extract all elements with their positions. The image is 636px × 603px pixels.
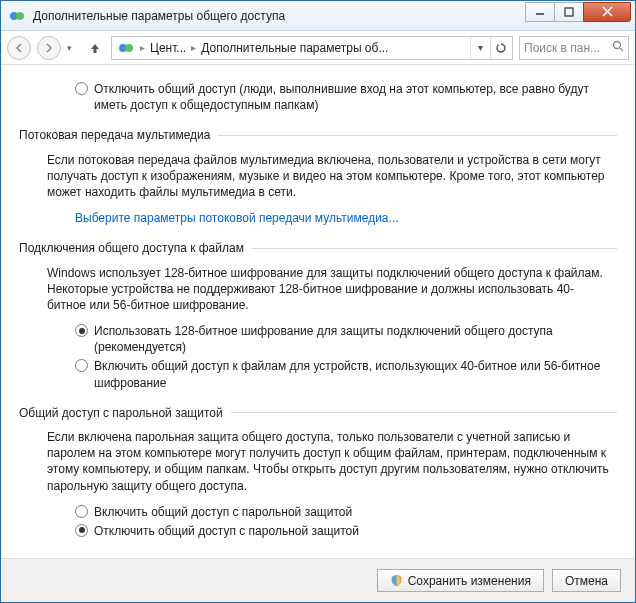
- breadcrumb-seg-1[interactable]: Цент...: [147, 41, 189, 55]
- encryption-description: Windows использует 128-битное шифрование…: [47, 265, 611, 314]
- breadcrumb-separator-icon: ▸: [138, 42, 147, 53]
- window-controls: [526, 2, 631, 22]
- back-button[interactable]: [7, 36, 31, 60]
- search-placeholder: Поиск в пан...: [524, 41, 600, 55]
- window-title: Дополнительные параметры общего доступа: [33, 9, 526, 23]
- radio-icon: [75, 359, 88, 372]
- section-header-password: Общий доступ с парольной защитой: [19, 405, 617, 421]
- radio-icon: [75, 82, 88, 95]
- maximize-button[interactable]: [554, 2, 584, 22]
- breadcrumb-separator-icon: ▸: [189, 42, 198, 53]
- svg-line-9: [620, 48, 623, 51]
- cancel-button-label: Отмена: [565, 574, 608, 588]
- breadcrumb-seg-2[interactable]: Дополнительные параметры об...: [198, 41, 391, 55]
- radio-128bit-encryption[interactable]: Использовать 128-битное шифрование для з…: [75, 323, 611, 355]
- radio-icon: [75, 524, 88, 537]
- save-button-label: Сохранить изменения: [408, 574, 531, 588]
- radio-4056bit-encryption[interactable]: Включить общий доступ к файлам для устро…: [75, 358, 611, 390]
- footer: Сохранить изменения Отмена: [1, 558, 635, 602]
- refresh-button[interactable]: [490, 37, 510, 59]
- search-icon: [612, 40, 624, 55]
- radio-label: Использовать 128-битное шифрование для з…: [94, 323, 611, 355]
- save-button[interactable]: Сохранить изменения: [377, 569, 544, 592]
- minimize-button[interactable]: [525, 2, 555, 22]
- history-dropdown-icon[interactable]: ▾: [67, 43, 79, 53]
- forward-button[interactable]: [37, 36, 61, 60]
- system-icon: [9, 8, 25, 24]
- radio-disable-password[interactable]: Отключить общий доступ с парольной защит…: [75, 523, 611, 539]
- radio-label: Отключить общий доступ с парольной защит…: [94, 523, 359, 539]
- radio-icon: [75, 324, 88, 337]
- section-header-encryption: Подключения общего доступа к файлам: [19, 240, 617, 256]
- window: Дополнительные параметры общего доступа …: [0, 0, 636, 603]
- radio-label: Отключить общий доступ (люди, выполнивши…: [94, 81, 617, 113]
- address-bar[interactable]: ▸ Цент... ▸ Дополнительные параметры об.…: [111, 36, 513, 60]
- svg-rect-3: [565, 8, 573, 16]
- radio-icon: [75, 505, 88, 518]
- svg-point-1: [16, 12, 24, 20]
- radio-label: Включить общий доступ с парольной защито…: [94, 504, 352, 520]
- up-button[interactable]: [85, 38, 105, 58]
- shield-icon: [390, 574, 403, 587]
- address-dropdown-icon[interactable]: ▾: [470, 37, 490, 59]
- section-header-streaming: Потоковая передача мультимедиа: [19, 127, 617, 143]
- radio-enable-password[interactable]: Включить общий доступ с парольной защито…: [75, 504, 611, 520]
- navigation-bar: ▾ ▸ Цент... ▸ Дополнительные параметры о…: [1, 31, 635, 65]
- password-description: Если включена парольная защита общего до…: [47, 429, 611, 494]
- search-input[interactable]: Поиск в пан...: [519, 36, 629, 60]
- cancel-button[interactable]: Отмена: [552, 569, 621, 592]
- content-pane: Отключить общий доступ (люди, выполнивши…: [1, 65, 635, 558]
- radio-disable-public-sharing[interactable]: Отключить общий доступ (люди, выполнивши…: [75, 81, 617, 113]
- radio-label: Включить общий доступ к файлам для устро…: [94, 358, 611, 390]
- streaming-options-link[interactable]: Выберите параметры потоковой передачи му…: [75, 211, 399, 225]
- svg-point-7: [125, 44, 133, 52]
- streaming-description: Если потоковая передача файлов мультимед…: [47, 152, 611, 201]
- titlebar: Дополнительные параметры общего доступа: [1, 1, 635, 31]
- svg-point-8: [614, 42, 621, 49]
- location-icon: [118, 40, 134, 56]
- close-button[interactable]: [583, 2, 631, 22]
